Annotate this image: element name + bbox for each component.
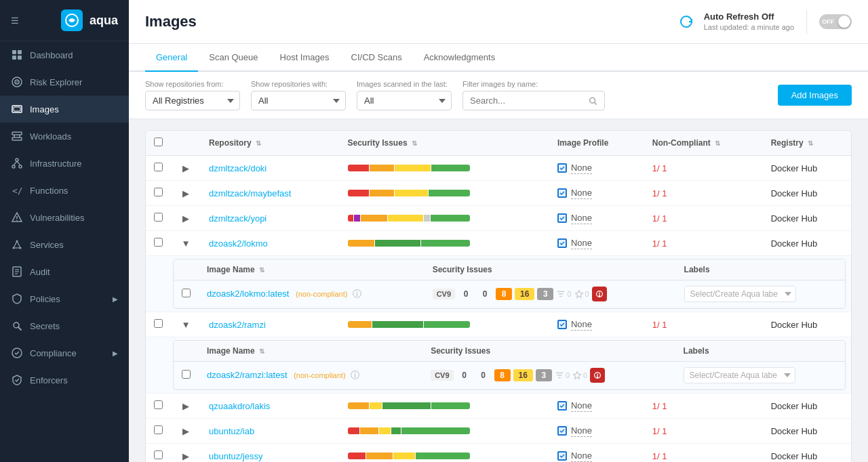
expand-button[interactable]: ▶	[179, 399, 193, 413]
bar-critical	[348, 215, 354, 222]
brand-name: aqua	[90, 14, 118, 28]
registry-sort-icon[interactable]: ⇅	[808, 140, 813, 147]
tab-scan-queue[interactable]: Scan Queue	[198, 44, 269, 72]
security-bar	[348, 321, 470, 328]
cve-critical-num: 0	[456, 369, 473, 381]
row-checkbox[interactable]	[154, 400, 163, 409]
security-sort-icon[interactable]: ⇅	[412, 140, 417, 147]
expand-button[interactable]: ▼	[179, 236, 193, 250]
tab-acknowledgments[interactable]: Acknowledgments	[413, 44, 507, 72]
sidebar-item-enforcers[interactable]: Enforcers	[0, 366, 129, 394]
sidebar-item-functions[interactable]: </> Functions	[0, 177, 129, 204]
row-checkbox[interactable]	[154, 238, 163, 247]
profile-cell: None	[557, 238, 636, 249]
time-filter-select[interactable]: All	[357, 91, 452, 110]
repo-link[interactable]: qzuaakdro/lakis	[209, 401, 270, 411]
row-security-cell	[340, 419, 549, 444]
nested-col-labels: Labels	[675, 341, 845, 362]
auto-refresh-toggle[interactable]: OFF	[819, 14, 852, 29]
enforcers-icon	[11, 374, 23, 386]
nested-row-checkbox[interactable]	[182, 370, 191, 379]
nested-table-row: dzoask2/lokmo:latest (non-compliant) ⓘ C…	[174, 280, 845, 308]
col-security: Security Issues ⇅	[340, 131, 549, 156]
nested-image-link[interactable]: dzoask2/ramzi:latest	[207, 370, 288, 380]
sidebar-item-policies[interactable]: Policies ▶	[0, 285, 129, 312]
cve-icon-filter: 0	[555, 371, 570, 380]
row-checkbox[interactable]	[154, 213, 163, 222]
row-checkbox[interactable]	[154, 425, 163, 434]
expand-button[interactable]: ▶	[179, 161, 193, 175]
row-checkbox[interactable]	[154, 188, 163, 196]
sidebar-item-services[interactable]: Services	[0, 231, 129, 258]
sidebar-item-secrets[interactable]: Secrets	[0, 312, 129, 339]
profile-none-label: None	[571, 238, 592, 249]
svg-line-26	[17, 241, 20, 248]
row-checkbox-cell	[146, 206, 171, 231]
auto-refresh-text: Auto Refresh Off Last updated: a minute …	[704, 12, 794, 32]
expand-button[interactable]: ▼	[179, 318, 193, 331]
expand-button[interactable]: ▶	[179, 424, 193, 438]
name-filter-label: Filter images by name:	[462, 80, 605, 88]
add-images-button[interactable]: Add Images	[778, 85, 852, 106]
expand-button[interactable]: ▶	[179, 211, 193, 225]
nested-table-ramzi: Image Name ⇅ Security Issues Labels	[173, 340, 846, 390]
profile-none-label: None	[571, 400, 592, 412]
expand-button[interactable]: ▶	[179, 186, 193, 200]
sidebar-item-audit[interactable]: Audit	[0, 258, 129, 285]
security-filter-select[interactable]: All	[251, 91, 346, 110]
sidebar-item-label: Enforcers	[30, 375, 68, 385]
info-icon[interactable]: ⓘ	[351, 370, 359, 380]
row-expand-cell: ▼	[171, 231, 201, 256]
sidebar-item-images[interactable]: Images	[0, 96, 129, 123]
repo-link[interactable]: dzmltzack/doki	[209, 163, 267, 173]
sidebar-item-compliance[interactable]: Compliance ▶	[0, 339, 129, 366]
info-icon[interactable]: ⓘ	[353, 289, 361, 299]
nested-checkbox-col	[174, 341, 199, 362]
expand-button[interactable]: ▶	[179, 449, 193, 462]
svg-rect-9	[14, 107, 20, 111]
registry-filter-select[interactable]: All Registries	[145, 91, 240, 110]
repo-link[interactable]: dzoask2/ramzi	[209, 320, 266, 330]
noncompliant-sort-icon[interactable]: ⇅	[715, 140, 720, 147]
repo-link[interactable]: dzoask2/lokmo	[209, 238, 268, 249]
repo-link[interactable]: dzmltzack/yopi	[209, 213, 267, 224]
col-repository: Repository ⇅	[201, 131, 340, 156]
profile-cell: None	[557, 163, 636, 174]
tab-host-images[interactable]: Host Images	[269, 44, 340, 72]
imagename-sort-icon[interactable]: ⇅	[259, 348, 264, 355]
svg-point-35	[590, 98, 595, 103]
labels-select[interactable]: Select/Create Aqua labe	[684, 286, 796, 302]
sidebar-item-vulnerabilities[interactable]: Vulnerabilities	[0, 204, 129, 231]
labels-select[interactable]: Select/Create Aqua labe	[684, 367, 795, 383]
row-checkbox[interactable]	[154, 163, 163, 171]
sidebar-item-infrastructure[interactable]: Infrastructure	[0, 150, 129, 177]
name-search-input[interactable]	[470, 96, 585, 106]
hamburger-icon[interactable]: ☰	[11, 16, 19, 26]
services-icon	[11, 238, 23, 251]
non-compliant-value: 1/ 1	[652, 320, 667, 330]
bar-high	[348, 240, 374, 247]
row-checkbox[interactable]	[154, 450, 163, 459]
row-checkbox[interactable]	[154, 319, 163, 328]
nested-image-link[interactable]: dzoask2/lokmo:latest	[207, 289, 289, 299]
nested-row-imagename-cell: dzoask2/ramzi:latest (non-compliant) ⓘ	[199, 362, 422, 390]
sidebar-header: ☰ aqua	[0, 0, 129, 41]
repo-link[interactable]: ubuntuz/iab	[209, 426, 254, 436]
row-noncompliant-cell: 1/ 1	[644, 156, 763, 181]
sidebar-item-workloads[interactable]: Workloads	[0, 123, 129, 150]
tab-cicd-scans[interactable]: CI/CD Scans	[340, 44, 413, 72]
repo-sort-icon[interactable]: ⇅	[256, 140, 261, 147]
repo-link[interactable]: dzmltzack/maybefast	[209, 188, 291, 198]
nested-row-checkbox[interactable]	[182, 289, 191, 297]
sidebar-item-risk-explorer[interactable]: Risk Explorer	[0, 68, 129, 96]
sidebar-item-dashboard[interactable]: Dashboard	[0, 41, 129, 68]
table-header-row: Repository ⇅ Security Issues ⇅ Image Pro…	[146, 131, 851, 156]
table-row: ▶ ubuntuz/jessy	[146, 444, 851, 463]
select-all-checkbox[interactable]	[154, 138, 163, 146]
repo-link[interactable]: ubuntuz/jessy	[209, 451, 263, 461]
svg-marker-47	[574, 372, 581, 379]
tab-general[interactable]: General	[145, 44, 198, 72]
imagename-sort-icon[interactable]: ⇅	[259, 266, 264, 274]
refresh-icon[interactable]	[675, 11, 697, 33]
row-repo-cell: dzoask2/lokmo	[201, 231, 340, 256]
